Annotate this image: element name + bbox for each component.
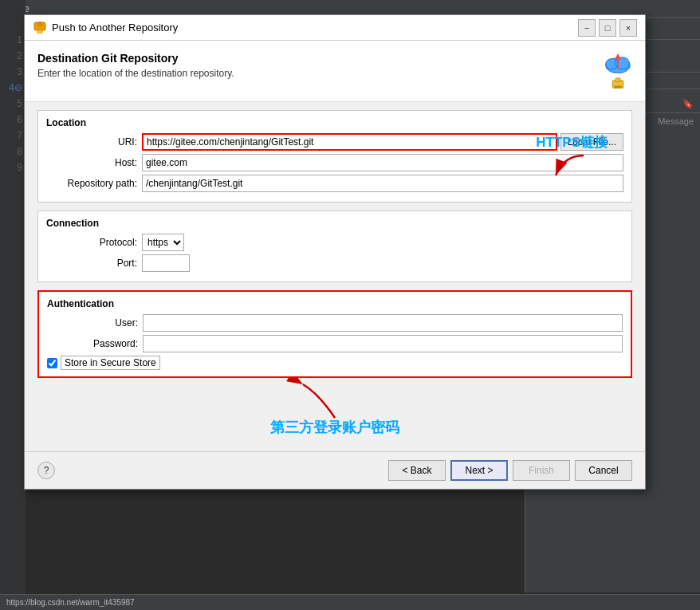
uri-input[interactable] — [142, 133, 557, 151]
repo-path-row: Repository path: — [46, 175, 623, 192]
svg-rect-2 — [37, 30, 43, 33]
cancel-button[interactable]: Cancel — [575, 460, 632, 481]
dialog-footer: ? < Back Next > Finish Cancel — [25, 451, 645, 489]
footer-right: < Back Next > Finish Cancel — [388, 460, 632, 481]
host-row: Host: — [46, 154, 623, 171]
svg-rect-9 — [615, 78, 620, 82]
push-icon — [33, 21, 47, 35]
cloud-push-icon — [604, 52, 632, 92]
back-button[interactable]: < Back — [388, 460, 446, 481]
authentication-section: Authentication User: Password: Store in … — [37, 290, 632, 378]
titlebar-controls: − □ × — [578, 19, 637, 37]
third-party-annotation-area: 第三方登录账户密码 — [37, 386, 632, 443]
repo-path-label: Repository path: — [46, 178, 142, 189]
titlebar-left: Push to Another Repository — [33, 21, 178, 35]
protocol-label: Protocol: — [46, 237, 142, 248]
svg-rect-10 — [614, 85, 622, 88]
dialog-header-text: Destination Git Repository Enter the loc… — [37, 52, 234, 79]
connection-section-label: Connection — [46, 218, 623, 229]
close-button[interactable]: × — [619, 19, 637, 37]
svg-marker-6 — [615, 53, 621, 60]
host-label: Host: — [46, 157, 142, 168]
status-bar: https://blog.csdn.net/warm_it435987 — [0, 594, 700, 610]
dialog-subtitle: Enter the location of the destination re… — [37, 68, 234, 79]
port-input[interactable] — [142, 254, 190, 272]
local-file-button[interactable]: Local File... — [560, 133, 623, 151]
password-label: Password: — [47, 338, 143, 349]
password-input[interactable] — [143, 335, 623, 352]
dialog-header: Destination Git Repository Enter the loc… — [25, 41, 645, 102]
protocol-select[interactable]: https http git ssh — [142, 234, 184, 251]
password-row: Password: — [47, 335, 623, 352]
status-url-text: https://blog.csdn.net/warm_it435987 — [6, 598, 135, 607]
dialog-titlebar: Push to Another Repository − □ × — [25, 15, 645, 41]
push-to-another-repo-dialog: Push to Another Repository − □ × Destina… — [24, 14, 646, 490]
store-secure-checkbox[interactable] — [47, 358, 57, 368]
port-label: Port: — [46, 258, 142, 269]
store-secure-label[interactable]: Store in Secure Store — [61, 356, 160, 370]
host-input[interactable] — [142, 154, 623, 171]
dialog-main-title: Destination Git Repository — [37, 52, 234, 65]
dialog-title: Push to Another Repository — [52, 22, 178, 33]
store-secure-row: Store in Secure Store — [47, 356, 623, 370]
port-row: Port: — [46, 254, 623, 272]
next-button[interactable]: Next > — [450, 460, 508, 481]
protocol-row: Protocol: https http git ssh — [46, 234, 623, 251]
location-section-label: Location — [46, 117, 623, 128]
uri-label: URI: — [46, 136, 142, 148]
user-input[interactable] — [143, 314, 623, 332]
connection-section: Connection Protocol: https http git ssh … — [37, 211, 632, 282]
finish-button[interactable]: Finish — [513, 460, 570, 481]
help-button[interactable]: ? — [37, 462, 55, 479]
footer-left: ? — [37, 462, 55, 479]
uri-row: URI: Local File... — [46, 133, 623, 151]
repo-path-input[interactable] — [142, 175, 623, 192]
location-section: Location URI: Local File... Host: Reposi… — [37, 110, 632, 203]
dialog-overlay: Push to Another Repository − □ × Destina… — [0, 0, 700, 610]
user-row: User: — [47, 314, 623, 332]
minimize-button[interactable]: − — [578, 19, 596, 37]
user-label: User: — [47, 317, 143, 329]
maximize-button[interactable]: □ — [599, 19, 616, 37]
auth-section-label: Authentication — [47, 298, 623, 309]
dialog-content: Location URI: Local File... Host: Reposi… — [25, 102, 645, 451]
third-party-annotation-text: 第三方登录账户密码 — [270, 418, 399, 437]
